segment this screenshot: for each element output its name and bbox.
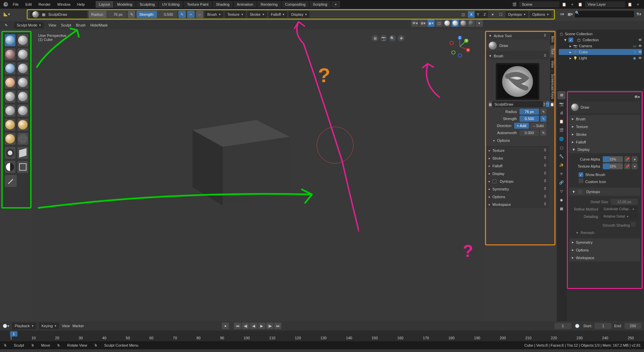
menu-render[interactable]: Render [36, 1, 53, 8]
playhead[interactable]: 1 [10, 331, 17, 337]
dyntopo-np-checkbox[interactable] [492, 179, 496, 183]
viewlayer-name-field[interactable]: View Layer [585, 1, 625, 7]
strength-pressure-icon[interactable]: ✎ [178, 11, 186, 18]
shading-options-icon[interactable]: ▾ [476, 19, 483, 27]
brush-selector[interactable]: ▦ SculptDraw [30, 10, 87, 18]
tool-mask[interactable] [5, 161, 15, 173]
mode-icon[interactable]: ✎ [3, 22, 9, 28]
outliner-display-icon[interactable]: ▦▾ [567, 11, 574, 17]
editor-type-button[interactable]: 📐▾ [3, 11, 10, 17]
p-display-section[interactable]: ▼Display [569, 146, 640, 153]
solid-shading-icon[interactable] [451, 19, 459, 27]
tab-layout[interactable]: Layout [96, 1, 113, 8]
p-texture-section[interactable]: ▸Texture [569, 123, 640, 130]
refine-method-dropdown[interactable]: Subdivide Collap.. [601, 206, 638, 212]
dyntopo-section[interactable]: ▸Dyntopo⠿ [486, 177, 549, 185]
tool-rotate[interactable] [5, 147, 15, 159]
xray-icon[interactable]: ◫ [435, 19, 443, 27]
p-symmetry-section[interactable]: ▸Symmetry [569, 238, 640, 246]
p-falloff-section[interactable]: ▸Falloff [569, 138, 640, 146]
symmetry-section[interactable]: ▸Symmetry⠿ [486, 185, 549, 193]
direction-sub[interactable]: – Subt [530, 123, 546, 129]
strength-value[interactable]: 0.500 [157, 12, 177, 16]
strength-prop-value[interactable]: 0.500 [520, 116, 539, 122]
ntab-item[interactable]: Item [550, 33, 555, 45]
texture-dropdown[interactable]: Texture [225, 11, 246, 18]
hidemask-menu[interactable]: Hide/Mask [90, 23, 108, 27]
autokey-icon[interactable]: ● [222, 322, 229, 329]
falloff-dropdown[interactable]: Falloff [268, 11, 287, 18]
dyntopo-dropdown[interactable]: Dyntopo [505, 11, 528, 18]
tool-snake-hook[interactable] [17, 119, 28, 131]
tool-scrape[interactable] [5, 105, 15, 117]
ptab-particles[interactable]: ✨ [557, 161, 566, 169]
dyntopo-checkbox-p[interactable] [578, 189, 582, 194]
scene-collection-row[interactable]: ▢Scene Collection [559, 31, 642, 37]
overlay-toggle-icon[interactable]: ◉▾ [427, 19, 435, 27]
menu-help[interactable]: Help [74, 1, 88, 8]
direction-add-icon[interactable]: + [187, 11, 195, 18]
detail-size-value[interactable]: 12.00 px [611, 199, 638, 205]
curve-alpha-chev-icon[interactable]: ▾ [632, 156, 638, 162]
wireframe-shading-icon[interactable] [443, 19, 451, 27]
p-workspace-section[interactable]: ▸Workspace [569, 254, 640, 261]
outliner-search[interactable]: 🔍 [575, 11, 634, 17]
stroke-section[interactable]: ▸Stroke⠿ [486, 154, 549, 162]
camera-data-icon[interactable]: ▭ [633, 44, 636, 48]
brush-browse-icon[interactable]: ▦ [40, 11, 47, 18]
fake-user-button[interactable]: 🛡 [546, 101, 549, 107]
tool-layer[interactable] [17, 48, 28, 60]
rendered-shading-icon[interactable] [468, 19, 475, 27]
tab-modeling[interactable]: Modeling [114, 1, 136, 8]
tab-shading[interactable]: Shading [213, 1, 233, 8]
autosmooth-prop-value[interactable]: 0.000 [520, 130, 539, 136]
tool-clay-strips[interactable] [5, 48, 15, 60]
end-frame[interactable]: 250 [625, 323, 641, 329]
tab-animation[interactable]: Animation [233, 1, 257, 8]
mirror-z[interactable]: Z [481, 11, 488, 18]
add-workspace-button[interactable]: + [331, 1, 340, 8]
tool-inflate[interactable] [5, 62, 15, 74]
keying-menu[interactable]: Keying [39, 322, 59, 329]
brush-browse-button[interactable]: ▦ [489, 101, 492, 107]
outliner-filter-icon[interactable]: ⚗▾ [635, 11, 642, 17]
custom-icon-checkbox[interactable] [579, 178, 583, 183]
tl-view-menu[interactable]: View [62, 324, 70, 328]
cube-row[interactable]: ▸▽Cube▽👁 [559, 49, 642, 55]
brush-users-count[interactable]: 2 [543, 101, 545, 107]
prev-key-icon[interactable]: ◀| [242, 322, 249, 329]
ptab-object[interactable]: ▢ [557, 143, 566, 152]
camera-eye-icon[interactable]: 👁 [638, 44, 642, 48]
ntab-view[interactable]: View [550, 58, 555, 71]
options-dropdown[interactable]: Options [530, 11, 551, 18]
ptab-mesh[interactable]: ▽ [557, 187, 566, 195]
nav-gizmo[interactable]: X Y Z [448, 35, 472, 58]
current-frame[interactable]: 1 [554, 323, 571, 329]
cube-eye-icon[interactable]: 👁 [638, 50, 642, 54]
strength-field[interactable]: Strength: 0.500 [137, 11, 177, 18]
ptab-constraints[interactable]: 🔗 [557, 178, 566, 186]
mode-selector[interactable]: Sculpt Mode [14, 22, 44, 28]
grid-icon[interactable]: ⊞ [372, 35, 378, 42]
tool-thumb[interactable] [5, 133, 15, 145]
ptab-scene[interactable]: 🎬 [557, 126, 566, 134]
tool-grab[interactable] [5, 119, 15, 131]
tool-blob[interactable] [17, 62, 28, 74]
scene-new-button[interactable]: 📋 [561, 1, 568, 8]
tab-texturepaint[interactable]: Texture Paint [183, 1, 212, 8]
ptab-physics[interactable]: ⚛ [557, 170, 566, 178]
tab-rendering[interactable]: Rendering [257, 1, 281, 8]
timeline-editor-icon[interactable]: 🕐▾ [3, 322, 9, 329]
zoom-icon[interactable]: 🔍 [389, 35, 396, 42]
sculpt-menu[interactable]: Sculpt [61, 23, 71, 27]
p-dyntopo-section[interactable]: ▼Dyntopo [569, 188, 640, 196]
view-dropdown-icon[interactable]: 👁▾ [411, 19, 419, 27]
move-icon[interactable]: ✥ [398, 35, 405, 42]
tab-sculpting[interactable]: Sculpting [136, 1, 158, 8]
brush-options-sub[interactable]: ▸Options [489, 137, 546, 144]
jump-end-icon[interactable]: ⏭ [274, 322, 281, 329]
clock-icon[interactable]: 🕐 [574, 322, 581, 329]
stroke-dropdown[interactable]: Stroke [247, 11, 267, 18]
falloff-section[interactable]: ▸Falloff⠿ [486, 162, 549, 170]
tab-scripting[interactable]: Scripting [310, 1, 331, 8]
